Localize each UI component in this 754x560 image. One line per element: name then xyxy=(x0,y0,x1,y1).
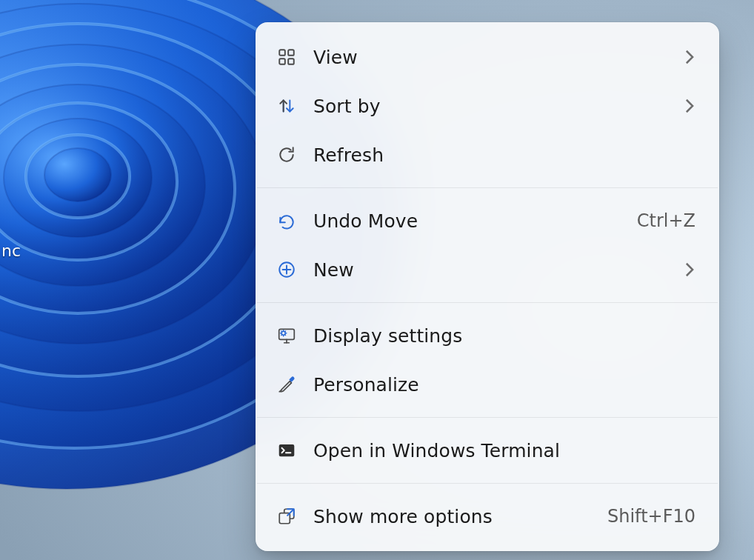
menu-item-accel: Shift+F10 xyxy=(607,506,695,527)
menu-section: View Sort by xyxy=(256,33,719,179)
menu-divider xyxy=(257,483,718,484)
svg-point-11 xyxy=(44,148,111,201)
menu-section: Open in Windows Terminal xyxy=(256,426,719,475)
menu-section: Undo Move Ctrl+Z New xyxy=(256,196,719,294)
svg-rect-17 xyxy=(279,50,285,56)
refresh-icon xyxy=(276,144,297,165)
new-icon xyxy=(276,259,297,280)
menu-section: Show more options Shift+F10 xyxy=(256,492,719,541)
menu-item-display-settings[interactable]: Display settings xyxy=(260,311,715,360)
svg-rect-19 xyxy=(279,59,285,64)
svg-line-36 xyxy=(285,335,286,336)
sort-icon xyxy=(276,96,297,116)
menu-item-label: View xyxy=(313,47,675,68)
menu-item-new[interactable]: New xyxy=(260,245,715,294)
menu-section: Display settings Personalize xyxy=(256,311,719,409)
menu-item-label: Open in Windows Terminal xyxy=(313,440,695,461)
desktop-icon-label[interactable]: nc xyxy=(0,241,21,260)
display-settings-icon xyxy=(276,325,297,346)
more-options-icon xyxy=(276,506,297,527)
undo-icon xyxy=(276,210,297,231)
menu-item-label: Show more options xyxy=(313,506,598,527)
menu-item-refresh[interactable]: Refresh xyxy=(260,130,715,179)
chevron-right-icon xyxy=(684,51,695,63)
svg-line-38 xyxy=(281,335,282,336)
svg-rect-18 xyxy=(288,50,294,56)
chevron-right-icon xyxy=(684,100,695,112)
menu-item-personalize[interactable]: Personalize xyxy=(260,360,715,409)
svg-rect-20 xyxy=(288,59,294,64)
menu-item-undo[interactable]: Undo Move Ctrl+Z xyxy=(260,196,715,245)
menu-item-label: Refresh xyxy=(313,144,695,166)
terminal-icon xyxy=(276,440,297,461)
menu-item-more-options[interactable]: Show more options Shift+F10 xyxy=(260,492,715,541)
menu-item-label: Undo Move xyxy=(313,210,628,232)
svg-line-35 xyxy=(281,331,282,332)
desktop-context-menu: View Sort by xyxy=(256,22,719,551)
menu-item-sortby[interactable]: Sort by xyxy=(260,81,715,130)
menu-item-label: Sort by xyxy=(313,96,675,117)
menu-item-view[interactable]: View xyxy=(260,33,715,81)
menu-item-label: Display settings xyxy=(313,325,695,347)
menu-item-label: New xyxy=(313,259,675,281)
menu-divider xyxy=(257,302,718,303)
menu-item-label: Personalize xyxy=(313,374,695,396)
menu-item-terminal[interactable]: Open in Windows Terminal xyxy=(260,426,715,475)
chevron-right-icon xyxy=(684,264,695,276)
personalize-icon xyxy=(276,374,297,395)
menu-item-accel: Ctrl+Z xyxy=(637,210,695,231)
view-icon xyxy=(276,47,297,67)
svg-line-37 xyxy=(285,331,286,332)
menu-divider xyxy=(257,417,718,418)
svg-rect-39 xyxy=(279,444,295,456)
menu-divider xyxy=(257,187,718,188)
